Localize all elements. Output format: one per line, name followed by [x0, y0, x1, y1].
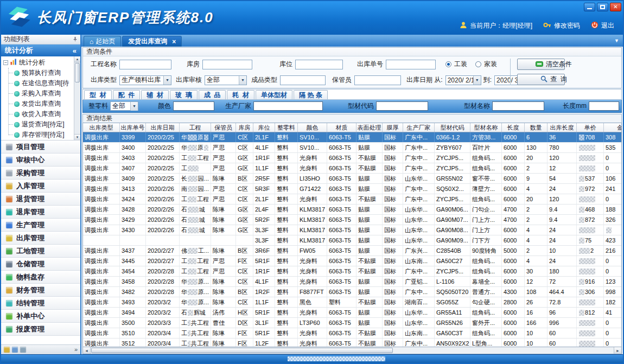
scroll-right-icon[interactable]: ► — [614, 347, 621, 354]
column-header[interactable]: 金 — [604, 123, 621, 132]
sidebar-item-outbound[interactable]: 出库管理 — [1, 232, 80, 245]
column-header[interactable]: 工程 — [180, 123, 211, 132]
order-no-input[interactable] — [386, 60, 436, 69]
material-tab-consumable[interactable]: 耗 材 — [227, 90, 254, 99]
table-row[interactable]: 调拨出库35002020/3/3工共工程曹佳D区3L1F整料LT3P606063… — [83, 318, 621, 328]
filter-input-length-mm[interactable] — [589, 101, 619, 111]
table-row[interactable]: 调拨出库34822020/2/28华原...陈琳B区1R2F整料F8877FT6… — [83, 287, 621, 297]
column-header[interactable]: 出库日期 — [146, 123, 180, 132]
overflow-chevron-icon[interactable]: » — [74, 347, 78, 353]
material-tab-accessory[interactable]: 配 件 — [113, 90, 141, 99]
close-tab-icon[interactable]: × — [172, 39, 176, 45]
column-header[interactable]: 长度 — [502, 123, 525, 132]
expander-icon[interactable]: − — [3, 60, 8, 65]
sidebar-item-purchase[interactable]: 采购管理 — [1, 167, 80, 180]
filter-input-profile-name[interactable] — [492, 101, 544, 111]
tree-scrollbar[interactable]: ▲ ▼ — [74, 56, 80, 140]
scroll-left-icon[interactable]: ◄ — [83, 347, 91, 354]
filter-input-profile-code[interactable] — [376, 101, 428, 111]
sidebar-item-audit[interactable]: 审核中心 — [1, 154, 80, 167]
keeper-input[interactable] — [354, 75, 401, 85]
tree-root-statistics[interactable]: − 统计分析 — [3, 58, 74, 68]
table-row[interactable]: 调拨出库34092020/2/25长园...陈琳B区2R5F整料LI35HO60… — [83, 174, 621, 184]
table-row[interactable]: 3L3F整料KLM38176063-T5贴膜国标山东华...GA90M09...… — [83, 235, 621, 246]
table-row[interactable]: 调拨出库34452020/2/27工工程严思F区5R1F整料光身料6063-T5… — [83, 256, 621, 266]
table-row[interactable]: 调拨出库34372020/2/27佛工...陈琳B区3R6F整料FW056063… — [83, 246, 621, 256]
table-row[interactable]: 调拨出库34072020/2/25工严思G区1L1F整料光身料6063-T5不贴… — [83, 163, 621, 174]
column-header[interactable]: 出库类型 — [83, 123, 120, 132]
sidebar-item-inbound[interactable]: 入库管理 — [1, 180, 80, 193]
column-header[interactable]: 库房 — [236, 123, 253, 132]
scroll-up-icon[interactable]: ▲ — [74, 56, 80, 62]
location-input[interactable] — [295, 60, 343, 69]
scroll-track[interactable] — [393, 347, 614, 354]
table-row[interactable]: 调拨出库34002020/2/25华原严思C区4L1F整料SV10...6063… — [83, 143, 621, 153]
table-row[interactable]: 调拨出库35122020/3/4工共工程陈琳F区1L2F整料光身料6063-T5… — [83, 339, 621, 347]
column-header[interactable]: 材质 — [327, 123, 356, 132]
column-header[interactable]: 出库单号 — [120, 123, 146, 132]
column-header[interactable]: 生产厂家 — [403, 123, 435, 132]
search-button[interactable]: 查 询 — [517, 74, 565, 85]
horizontal-scrollbar[interactable]: ◄ ► — [83, 347, 621, 354]
sidebar-item-return-store[interactable]: 退库管理 — [1, 206, 80, 219]
filter-select-whole-part[interactable]: 全部▼ — [110, 101, 138, 111]
sidebar-item-project[interactable]: 项目管理 — [1, 141, 80, 154]
scroll-down-icon[interactable]: ▼ — [74, 134, 80, 140]
table-row[interactable]: 调拨出库34282020/2/26石城陈琳G区2L4F整料KLM38176063… — [83, 205, 621, 215]
column-header[interactable]: 膜厚 — [383, 123, 403, 132]
material-tab-glass[interactable]: 玻 璃 — [170, 90, 198, 99]
tree-scroll-thumb[interactable] — [75, 63, 80, 82]
product-type-input[interactable] — [280, 75, 326, 85]
project-name-input[interactable] — [119, 60, 171, 69]
folder-small-icon[interactable] — [4, 347, 10, 353]
list-small-icon[interactable] — [12, 347, 18, 353]
tab-shipping-outbound-query[interactable]: 发货出库查询× — [122, 36, 182, 47]
warehouse-input[interactable] — [202, 60, 252, 69]
table-row[interactable]: 调拨出库33992020/2/25华原严思C区2L1F整料SV10...6063… — [83, 132, 621, 143]
table-row[interactable]: 调拨出库34032020/2/25工工程严思G区1R1F整料光身料6063-T5… — [83, 153, 621, 163]
table-row[interactable]: 调拨出库34242020/2/26工工程严思C区2L1F整料光身料6063-T5… — [83, 194, 621, 205]
sidebar-item-warehouse[interactable]: 仓储管理 — [1, 258, 80, 271]
material-tab-thermal-strip[interactable]: 隔 热 条 — [294, 90, 328, 99]
material-tab-single-profile[interactable]: 单体型材 — [256, 90, 292, 99]
outbound-audit-select[interactable]: 全部 ▼ — [205, 75, 247, 85]
tab-home-page[interactable]: ⌂起始页 — [84, 36, 121, 47]
table-row[interactable]: 调拨出库34302020/2/26石城陈琳G区3L3F整料KLM38176063… — [83, 225, 621, 235]
tree-item[interactable]: 预算执行查询 — [3, 68, 74, 78]
filter-input-manufacturer[interactable] — [253, 101, 323, 111]
sidebar-item-scrap[interactable]: 报废管理 — [1, 323, 80, 336]
column-header[interactable]: 型材代码 — [435, 123, 470, 132]
minimize-button[interactable] — [584, 3, 595, 11]
tree-item[interactable]: 库存管理[待定] — [3, 130, 74, 140]
column-header[interactable]: 数量 — [525, 123, 547, 132]
table-row[interactable]: 调拨出库34942020/3/2石辉城汤伟H区5R1F整料光身料6063-T5贴… — [83, 308, 621, 318]
tree-item[interactable]: 发货出库查询 — [3, 99, 74, 109]
column-header[interactable]: 表面处理 — [356, 123, 383, 132]
change-password-link[interactable]: 修改密码 — [554, 21, 580, 30]
column-header[interactable]: 单价 — [577, 123, 604, 132]
scroll-thumb[interactable] — [91, 348, 393, 353]
sidebar-item-inventory[interactable]: 物料盘存 — [1, 271, 80, 284]
column-header[interactable]: 型材名称 — [470, 123, 502, 132]
sidebar-item-carryover[interactable]: 结转管理 — [1, 297, 80, 310]
material-tab-finished[interactable]: 成 品 — [199, 90, 226, 99]
monitor-small-icon[interactable] — [20, 347, 26, 353]
material-tab-auxiliary[interactable]: 辅 材 — [141, 90, 169, 99]
column-header[interactable]: 库位 — [253, 123, 275, 132]
pin-icon[interactable] — [73, 36, 78, 43]
tree-item[interactable]: 在途信息查询[待 — [3, 78, 74, 88]
table-row[interactable]: 调拨出库34932020/3/2华原...陈琳C区1L1F整料黑色塑料不贴膜国标… — [83, 297, 621, 308]
column-header[interactable]: 出库长度 — [547, 123, 577, 132]
maximize-button[interactable] — [597, 3, 608, 11]
table-row[interactable]: 调拨出库34132020/2/26南园...严思C区5R3F整料G7142260… — [83, 184, 621, 194]
date-from-picker[interactable]: 2020/ 2/16 ▼ — [445, 75, 481, 85]
sidebar-item-returns[interactable]: 退货管理 — [1, 193, 80, 206]
table-row[interactable]: 调拨出库34292020/2/26石城陈琳G区5R2F整料KLM38176063… — [83, 215, 621, 225]
tree-item[interactable]: 退货查询[待定] — [3, 119, 74, 130]
jiazhuang-radio[interactable] — [475, 61, 481, 67]
filter-input-color[interactable] — [173, 101, 214, 111]
column-header[interactable]: 颜色 — [298, 123, 327, 132]
column-header[interactable]: 整零料 — [275, 123, 298, 132]
tab-list-chevron-icon[interactable]: ▼ — [614, 39, 619, 43]
sidebar-item-supplement[interactable]: 补单中心 — [1, 310, 80, 323]
